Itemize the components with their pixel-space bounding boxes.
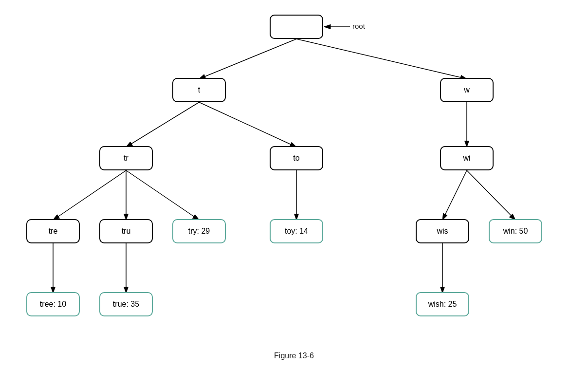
svg-line-4 <box>126 102 199 147</box>
diagram-container: twtrtowitretrutry: 29toy: 14wiswin: 50tr… <box>0 0 588 369</box>
svg-line-5 <box>199 102 296 147</box>
node-wish: wish: 25 <box>416 292 469 316</box>
svg-line-9 <box>126 170 199 220</box>
node-tree: tree: 10 <box>26 292 80 316</box>
svg-line-12 <box>467 170 515 220</box>
node-toy: toy: 14 <box>270 219 323 243</box>
node-w: w <box>440 78 494 102</box>
node-t: t <box>172 78 226 102</box>
node-tre: tre <box>26 219 80 243</box>
root-annotation: root <box>352 22 365 30</box>
node-tru: tru <box>99 219 153 243</box>
figure-caption: Figure 13-6 <box>274 351 314 360</box>
node-true: true: 35 <box>99 292 153 316</box>
svg-line-7 <box>53 170 126 220</box>
svg-line-11 <box>442 170 467 220</box>
node-to: to <box>270 146 323 170</box>
node-win: win: 50 <box>489 219 542 243</box>
tree-lines <box>0 0 588 369</box>
svg-line-2 <box>199 39 296 79</box>
node-wi: wi <box>440 146 494 170</box>
node-root <box>270 15 323 39</box>
node-tr: tr <box>99 146 153 170</box>
node-try_: try: 29 <box>172 219 226 243</box>
svg-line-3 <box>296 39 467 79</box>
node-wis: wis <box>416 219 469 243</box>
